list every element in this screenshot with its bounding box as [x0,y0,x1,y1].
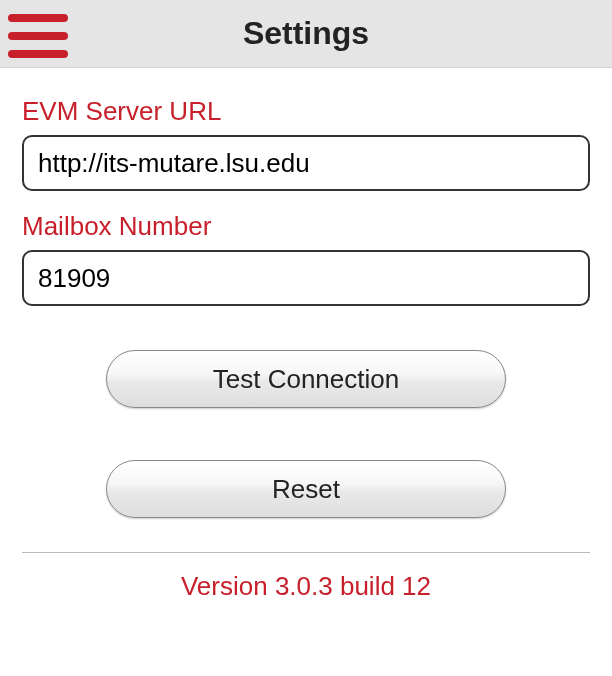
hamburger-menu-icon[interactable] [8,14,68,58]
version-text: Version 3.0.3 build 12 [22,571,590,602]
page-title: Settings [243,15,369,52]
header-bar: Settings [0,0,612,68]
divider [22,552,590,553]
test-connection-button[interactable]: Test Connection [106,350,506,408]
server-url-input[interactable] [22,135,590,191]
settings-content: EVM Server URL Mailbox Number Test Conne… [0,68,612,602]
reset-button[interactable]: Reset [106,460,506,518]
server-url-label: EVM Server URL [22,96,590,127]
mailbox-number-label: Mailbox Number [22,211,590,242]
mailbox-number-input[interactable] [22,250,590,306]
